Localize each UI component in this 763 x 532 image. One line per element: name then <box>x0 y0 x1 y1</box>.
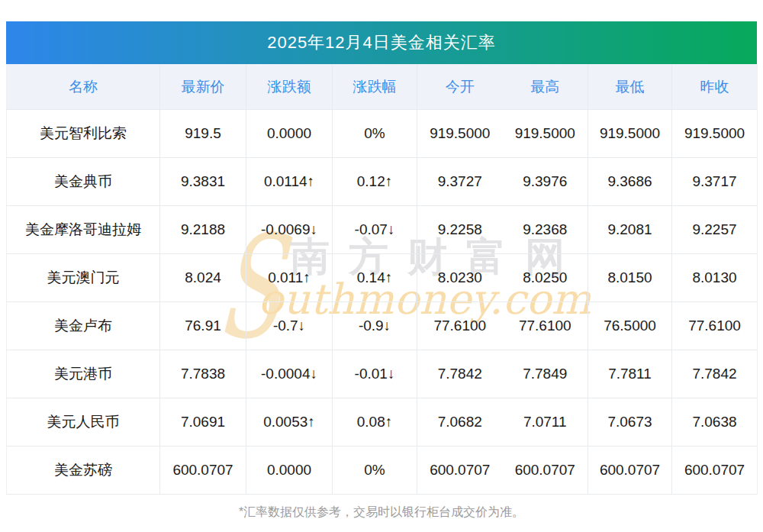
table-header: 名称 最新价 涨跌额 涨跌幅 今开 最高 最低 昨收 <box>7 64 758 110</box>
latest-price-cell: 9.2188 <box>160 206 246 254</box>
header-prev-close: 昨收 <box>672 64 758 110</box>
table-row: 美金摩洛哥迪拉姆 9.2188 -0.0069↓ -0.07↓ 9.2258 9… <box>7 206 758 254</box>
page: 2025年12月4日美金相关汇率 S 南方财富网 outhmoney.com 名… <box>0 0 763 532</box>
header-change-percent: 涨跌幅 <box>333 64 417 110</box>
currency-pair-name: 美元人民币 <box>7 398 160 447</box>
latest-price-cell: 600.0707 <box>160 447 246 495</box>
table-row: 美元人民币 7.0691 0.0053↑ 0.08↑ 7.0682 7.0711… <box>7 398 758 447</box>
header-row: 名称 最新价 涨跌额 涨跌幅 今开 最高 最低 昨收 <box>7 64 758 110</box>
latest-price-cell: 76.91 <box>160 302 246 350</box>
table-row: 美金苏磅 600.0707 0.0000 0% 600.0707 600.070… <box>7 447 758 495</box>
table-row: 美元港币 7.7838 -0.0004↓ -0.01↓ 7.7842 7.784… <box>7 350 758 398</box>
change-amount-cell: -0.0069↓ <box>246 206 333 254</box>
change-amount-cell: 0.0000 <box>246 110 333 158</box>
currency-pair-name: 美金摩洛哥迪拉姆 <box>7 206 160 254</box>
high-price-cell: 8.0250 <box>503 254 588 302</box>
open-price-cell: 9.3727 <box>417 158 503 206</box>
open-price-cell: 7.0682 <box>417 398 503 447</box>
low-price-cell: 600.0707 <box>588 447 672 495</box>
low-price-cell: 9.3686 <box>588 158 672 206</box>
page-title: 2025年12月4日美金相关汇率 <box>267 31 496 54</box>
prev-close-price-cell: 9.3717 <box>672 158 758 206</box>
change-percent-cell: 0% <box>333 447 417 495</box>
latest-price-cell: 7.7838 <box>160 350 246 398</box>
high-price-cell: 7.7849 <box>503 350 588 398</box>
change-amount-cell: -0.7↓ <box>246 302 333 350</box>
table-wrap: S 南方财富网 outhmoney.com 名称 最新价 涨跌额 涨跌幅 今开 <box>6 64 757 495</box>
table-row: 美金卢布 76.91 -0.7↓ -0.9↓ 77.6100 77.6100 7… <box>7 302 758 350</box>
disclaimer-text: *汇率数据仅供参考，交易时以银行柜台成交价为准。 <box>6 505 757 521</box>
change-amount-cell: 0.0114↑ <box>246 158 333 206</box>
exchange-rates-table: 名称 最新价 涨跌额 涨跌幅 今开 最高 最低 昨收 美元智利比索 919.5 … <box>6 64 758 495</box>
low-price-cell: 76.5000 <box>588 302 672 350</box>
header-latest-price: 最新价 <box>160 64 246 110</box>
title-bar: 2025年12月4日美金相关汇率 <box>6 21 757 64</box>
change-percent-cell: 0.12↑ <box>333 158 417 206</box>
table-body: 美元智利比索 919.5 0.0000 0% 919.5000 919.5000… <box>7 110 758 495</box>
latest-price-cell: 9.3831 <box>160 158 246 206</box>
low-price-cell: 7.0673 <box>588 398 672 447</box>
change-amount-cell: 0.0000 <box>246 447 333 495</box>
change-percent-cell: -0.01↓ <box>333 350 417 398</box>
open-price-cell: 9.2258 <box>417 206 503 254</box>
change-amount-cell: 0.0053↑ <box>246 398 333 447</box>
high-price-cell: 9.3976 <box>503 158 588 206</box>
header-high: 最高 <box>503 64 588 110</box>
low-price-cell: 7.7811 <box>588 350 672 398</box>
header-change-amount: 涨跌额 <box>246 64 333 110</box>
change-percent-cell: 0% <box>333 110 417 158</box>
high-price-cell: 7.0711 <box>503 398 588 447</box>
table-row: 美元澳门元 8.024 0.011↑ 0.14↑ 8.0230 8.0250 8… <box>7 254 758 302</box>
high-price-cell: 77.6100 <box>503 302 588 350</box>
header-low: 最低 <box>588 64 672 110</box>
low-price-cell: 919.5000 <box>588 110 672 158</box>
open-price-cell: 7.7842 <box>417 350 503 398</box>
change-percent-cell: 0.14↑ <box>333 254 417 302</box>
currency-pair-name: 美金典币 <box>7 158 160 206</box>
change-percent-cell: -0.9↓ <box>333 302 417 350</box>
prev-close-price-cell: 7.0638 <box>672 398 758 447</box>
low-price-cell: 9.2081 <box>588 206 672 254</box>
latest-price-cell: 7.0691 <box>160 398 246 447</box>
latest-price-cell: 8.024 <box>160 254 246 302</box>
change-percent-cell: 0.08↑ <box>333 398 417 447</box>
table-row: 美元智利比索 919.5 0.0000 0% 919.5000 919.5000… <box>7 110 758 158</box>
prev-close-price-cell: 77.6100 <box>672 302 758 350</box>
prev-close-price-cell: 8.0130 <box>672 254 758 302</box>
currency-pair-name: 美元港币 <box>7 350 160 398</box>
change-amount-cell: 0.011↑ <box>246 254 333 302</box>
prev-close-price-cell: 7.7842 <box>672 350 758 398</box>
change-amount-cell: -0.0004↓ <box>246 350 333 398</box>
low-price-cell: 8.0150 <box>588 254 672 302</box>
open-price-cell: 8.0230 <box>417 254 503 302</box>
prev-close-price-cell: 9.2257 <box>672 206 758 254</box>
latest-price-cell: 919.5 <box>160 110 246 158</box>
rates-card: 2025年12月4日美金相关汇率 S 南方财富网 outhmoney.com 名… <box>6 21 757 521</box>
high-price-cell: 919.5000 <box>503 110 588 158</box>
currency-pair-name: 美金苏磅 <box>7 447 160 495</box>
header-open: 今开 <box>417 64 503 110</box>
currency-pair-name: 美元澳门元 <box>7 254 160 302</box>
currency-pair-name: 美金卢布 <box>7 302 160 350</box>
header-name: 名称 <box>7 64 160 110</box>
change-percent-cell: -0.07↓ <box>333 206 417 254</box>
high-price-cell: 600.0707 <box>503 447 588 495</box>
high-price-cell: 9.2368 <box>503 206 588 254</box>
prev-close-price-cell: 600.0707 <box>672 447 758 495</box>
currency-pair-name: 美元智利比索 <box>7 110 160 158</box>
open-price-cell: 919.5000 <box>417 110 503 158</box>
prev-close-price-cell: 919.5000 <box>672 110 758 158</box>
table-row: 美金典币 9.3831 0.0114↑ 0.12↑ 9.3727 9.3976 … <box>7 158 758 206</box>
open-price-cell: 600.0707 <box>417 447 503 495</box>
open-price-cell: 77.6100 <box>417 302 503 350</box>
